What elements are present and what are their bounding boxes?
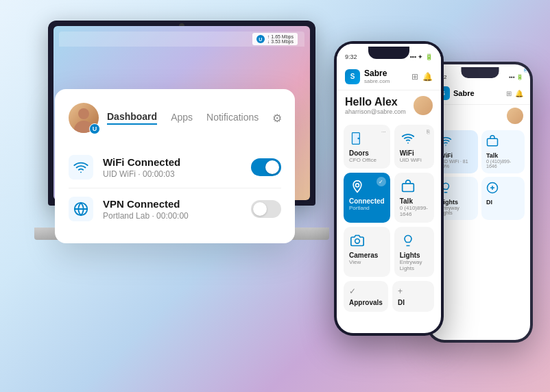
phone2-header-icons: ⊞ 🔔	[506, 90, 523, 97]
tab-notifications[interactable]: Notifications	[206, 112, 259, 124]
wifi-info: WiFi Connected UID WiFi · 00:00:03	[103, 156, 251, 179]
unifi-logo: U	[256, 35, 265, 43]
phone1-screen: 9:32 ▪▪▪ ✦ 🔋 S Sabre sabre.com ⊞ 🔔 Hello…	[337, 44, 441, 333]
svg-rect-10	[488, 138, 498, 146]
phone2-card-talk[interactable]: Talk 0 (410)899-1646	[481, 130, 525, 173]
speed-info: ↑ 1.65 Mbps ↓ 3.53 Mbps	[267, 34, 294, 44]
phone1-card-di[interactable]: + DI	[392, 281, 434, 312]
phone1-brand-url: sabre.com	[364, 78, 390, 84]
card-header: U Dashboard Apps Notifications ⚙	[69, 103, 281, 133]
phone1-card-lights-sub: Entryway Lights	[400, 259, 429, 271]
phone1-card-doors[interactable]: Doors CFO Office ···	[344, 125, 390, 169]
vpn-detail: Portland Lab · 00:00:00	[103, 211, 251, 221]
phone2-screen: 9:32 ▪▪▪ 🔋 S Sabre ⊞ 🔔	[429, 64, 530, 340]
phone1-notch	[368, 47, 409, 59]
vpn-toggle[interactable]	[251, 200, 281, 218]
phone1-card-wifi-title: WiFi	[400, 149, 429, 157]
laptop-menubar: U ↑ 1.65 Mbps ↓ 3.53 Mbps	[59, 32, 304, 47]
phone1-card-cameras[interactable]: Cameras View	[344, 227, 390, 277]
phone2-share-icon[interactable]: ⊞	[506, 90, 512, 97]
unifi-menu-badge: U ↑ 1.65 Mbps ↓ 3.53 Mbps	[252, 33, 298, 45]
phone2-lights-sub: Entryway Lights	[440, 206, 473, 215]
phone2-talk-title: Talk	[486, 152, 520, 159]
vpn-name: VPN Connected	[103, 198, 251, 210]
phone2-card-di[interactable]: DI	[481, 177, 525, 220]
phone1-header-icons: ⊞ 🔔	[411, 72, 433, 82]
phone1-greeting-email: aharrison@sabre.com	[345, 108, 406, 115]
phone1-card-talk[interactable]: Talk 0 (410)899-1646	[394, 173, 434, 223]
phone2-signal: ▪▪▪ 🔋	[509, 74, 523, 80]
phone2-header: S Sabre ⊞ 🔔	[429, 82, 530, 105]
tab-dashboard[interactable]: Dashboard	[107, 111, 157, 125]
phone1-share-icon[interactable]: ⊞	[411, 72, 418, 82]
connected-check: ✓	[376, 177, 386, 186]
phone2-wifi-sub: UID WiFi · 81 99%	[440, 159, 473, 169]
phone1-brand-info: Sabre sabre.com	[364, 69, 390, 84]
speed-down: ↓ 3.53 Mbps	[267, 39, 294, 44]
talk-icon	[400, 178, 416, 195]
phone1-brand-logo: S	[345, 69, 360, 84]
phone1-signal: ▪▪▪ ✦ 🔋	[409, 53, 433, 60]
phone1-greeting-name: Hello Alex	[345, 96, 406, 108]
wifi-toggle-knob	[265, 160, 279, 174]
phone1-card-connected-sub: Portland	[349, 205, 385, 211]
phone2-lights-title: Lights	[440, 199, 473, 206]
phone1-card-approvals[interactable]: ✓ Approvals	[344, 281, 388, 312]
phone1-time: 9:32	[345, 53, 357, 60]
phone1-card-doors-sub: CFO Office	[349, 157, 385, 163]
phone2-avatar	[507, 108, 523, 124]
card-nav: Dashboard Apps Notifications ⚙	[107, 111, 282, 125]
phone1-approvals-title: Approvals	[349, 299, 383, 306]
wifi-toggle[interactable]	[251, 158, 281, 176]
svg-point-6	[356, 184, 359, 187]
phone1-greeting: Hello Alex aharrison@sabre.com	[337, 90, 441, 121]
svg-point-8	[355, 239, 360, 244]
phone1-card-lights[interactable]: Lights Entryway Lights	[394, 227, 434, 277]
phone1-card-cameras-title: Cameras	[349, 252, 385, 259]
doors-icon	[349, 130, 366, 147]
phone2-avatar-row	[429, 105, 530, 127]
phone1-grid: Doors CFO Office ··· WiFi UID WiFi ⎘	[337, 121, 441, 281]
svg-rect-7	[402, 184, 414, 192]
wifi-card-icon	[400, 130, 416, 147]
phone1-di-title: DI	[398, 299, 429, 306]
vpn-info: VPN Connected Portland Lab · 00:00:00	[103, 198, 251, 221]
phone1-card-talk-title: Talk	[400, 197, 429, 205]
phone1-header: S Sabre sabre.com ⊞ 🔔	[337, 63, 441, 90]
wifi-icon	[69, 155, 93, 180]
phone2-talk-sub: 0 (410)899-1646	[486, 159, 520, 169]
cameras-icon	[349, 232, 366, 249]
svg-point-9	[445, 145, 446, 146]
wifi-detail: UID WiFi · 00:00:03	[103, 169, 251, 179]
phone1-card-talk-sub: 0 (410)899-1646	[400, 205, 429, 217]
phone1-card-wifi[interactable]: WiFi UID WiFi ⎘	[394, 125, 434, 169]
unifi-avatar-badge: U	[89, 123, 100, 134]
phone2-grid: WiFi UID WiFi · 81 99% ⎘ Talk 0 (410)899…	[429, 127, 530, 223]
connected-icon	[349, 178, 366, 195]
svg-point-4	[357, 138, 359, 140]
phone2-wifi-title: WiFi	[440, 152, 473, 159]
phone2-brand-name: Sabre	[453, 89, 475, 97]
svg-point-5	[407, 143, 409, 144]
phone1-card-wifi-sub: UID WiFi	[400, 157, 429, 163]
phone1-card-cameras-sub: View	[349, 259, 385, 265]
wifi-name: WiFi Connected	[103, 156, 251, 168]
phone1-avatar	[414, 96, 433, 115]
vpn-connection-item: VPN Connected Portland Lab · 00:00:00	[69, 188, 281, 230]
speed-up: ↑ 1.65 Mbps	[267, 34, 294, 39]
tab-apps[interactable]: Apps	[171, 112, 193, 124]
avatar-container: U	[69, 103, 99, 133]
svg-point-0	[80, 171, 82, 173]
phone1-bell-icon[interactable]: 🔔	[422, 72, 433, 82]
phone1-card-connected[interactable]: ✓ Connected Portland	[344, 173, 390, 223]
phone2-di-title: DI	[486, 199, 520, 206]
wifi-connection-item: WiFi Connected UID WiFi · 00:00:03	[69, 147, 281, 188]
dashboard-card: U Dashboard Apps Notifications ⚙ WiFi Co…	[55, 89, 295, 243]
phone2-notch	[461, 67, 499, 78]
phone2-bell-icon[interactable]: 🔔	[515, 90, 523, 97]
vpn-toggle-knob	[253, 202, 267, 216]
phone1-card-doors-title: Doors	[349, 149, 385, 157]
phone1-card-connected-title: Connected	[349, 197, 385, 205]
phone1-bottom-row: ✓ Approvals + DI	[337, 281, 441, 312]
settings-icon[interactable]: ⚙	[272, 112, 282, 125]
